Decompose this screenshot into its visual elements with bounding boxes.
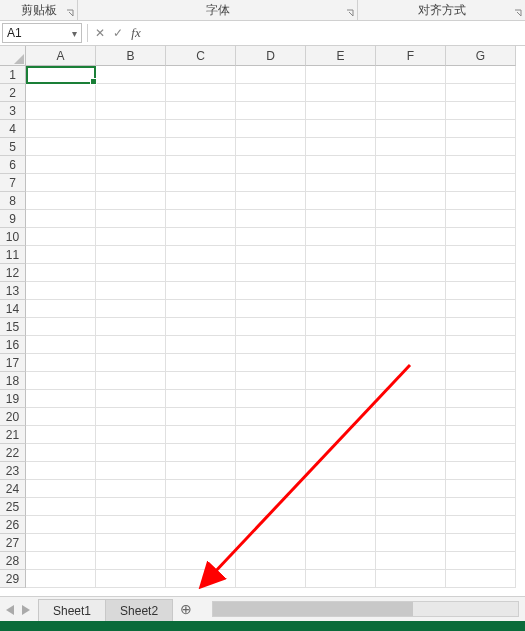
cell[interactable] bbox=[26, 444, 96, 462]
cell[interactable] bbox=[96, 426, 166, 444]
cell[interactable] bbox=[96, 336, 166, 354]
cell[interactable] bbox=[376, 408, 446, 426]
cell[interactable] bbox=[26, 426, 96, 444]
cell[interactable] bbox=[446, 282, 516, 300]
cell[interactable] bbox=[446, 444, 516, 462]
cell[interactable] bbox=[446, 138, 516, 156]
cell[interactable] bbox=[376, 156, 446, 174]
sheet-nav-next-button[interactable] bbox=[22, 604, 32, 614]
cell[interactable] bbox=[306, 498, 376, 516]
cell[interactable] bbox=[166, 372, 236, 390]
cell[interactable] bbox=[166, 300, 236, 318]
cell[interactable] bbox=[376, 444, 446, 462]
row-header[interactable]: 11 bbox=[0, 246, 26, 264]
row-header[interactable]: 22 bbox=[0, 444, 26, 462]
cell[interactable] bbox=[26, 336, 96, 354]
cell[interactable] bbox=[26, 210, 96, 228]
cell[interactable] bbox=[446, 120, 516, 138]
column-header[interactable]: F bbox=[376, 46, 446, 66]
cell[interactable] bbox=[446, 390, 516, 408]
cell[interactable] bbox=[306, 228, 376, 246]
cell[interactable] bbox=[26, 372, 96, 390]
cell[interactable] bbox=[96, 552, 166, 570]
cell[interactable] bbox=[236, 372, 306, 390]
cell[interactable] bbox=[96, 174, 166, 192]
cell[interactable] bbox=[26, 264, 96, 282]
cell[interactable] bbox=[96, 318, 166, 336]
cell[interactable] bbox=[96, 300, 166, 318]
cell[interactable] bbox=[26, 390, 96, 408]
cell[interactable] bbox=[446, 408, 516, 426]
cell[interactable] bbox=[166, 156, 236, 174]
cell[interactable] bbox=[26, 300, 96, 318]
row-header[interactable]: 5 bbox=[0, 138, 26, 156]
cell[interactable] bbox=[96, 264, 166, 282]
cell[interactable] bbox=[96, 228, 166, 246]
cell[interactable] bbox=[26, 120, 96, 138]
cell[interactable] bbox=[96, 480, 166, 498]
cell[interactable] bbox=[166, 138, 236, 156]
row-header[interactable]: 13 bbox=[0, 282, 26, 300]
cell[interactable] bbox=[446, 354, 516, 372]
cell[interactable] bbox=[96, 516, 166, 534]
font-dialog-launcher-icon[interactable] bbox=[345, 8, 355, 18]
cell[interactable] bbox=[306, 516, 376, 534]
cell[interactable] bbox=[306, 552, 376, 570]
row-header[interactable]: 16 bbox=[0, 336, 26, 354]
cell[interactable] bbox=[26, 102, 96, 120]
cell[interactable] bbox=[376, 210, 446, 228]
horizontal-scrollbar[interactable] bbox=[212, 597, 525, 621]
row-header[interactable]: 25 bbox=[0, 498, 26, 516]
cell[interactable] bbox=[26, 66, 96, 84]
cell[interactable] bbox=[306, 84, 376, 102]
spreadsheet-grid[interactable]: ABCDEFG 12345678910111213141516171819202… bbox=[0, 46, 525, 599]
cell[interactable] bbox=[236, 552, 306, 570]
cell[interactable] bbox=[166, 282, 236, 300]
cell[interactable] bbox=[376, 336, 446, 354]
cell[interactable] bbox=[376, 552, 446, 570]
cell[interactable] bbox=[96, 498, 166, 516]
cell[interactable] bbox=[96, 444, 166, 462]
cell[interactable] bbox=[26, 246, 96, 264]
cell[interactable] bbox=[96, 156, 166, 174]
cell[interactable] bbox=[96, 246, 166, 264]
cell[interactable] bbox=[166, 174, 236, 192]
cell[interactable] bbox=[376, 354, 446, 372]
row-header[interactable]: 10 bbox=[0, 228, 26, 246]
cell[interactable] bbox=[236, 156, 306, 174]
cell[interactable] bbox=[446, 372, 516, 390]
cell[interactable] bbox=[446, 246, 516, 264]
clipboard-dialog-launcher-icon[interactable] bbox=[65, 8, 75, 18]
cell[interactable] bbox=[166, 318, 236, 336]
cell[interactable] bbox=[236, 264, 306, 282]
cell[interactable] bbox=[166, 336, 236, 354]
cell[interactable] bbox=[26, 228, 96, 246]
cell[interactable] bbox=[446, 210, 516, 228]
horizontal-scrollbar-thumb[interactable] bbox=[213, 602, 413, 616]
row-header[interactable]: 19 bbox=[0, 390, 26, 408]
cell[interactable] bbox=[306, 246, 376, 264]
cell[interactable] bbox=[376, 372, 446, 390]
cell[interactable] bbox=[306, 192, 376, 210]
row-header[interactable]: 14 bbox=[0, 300, 26, 318]
cell[interactable] bbox=[306, 300, 376, 318]
cell[interactable] bbox=[306, 66, 376, 84]
cell[interactable] bbox=[236, 120, 306, 138]
cell[interactable] bbox=[446, 264, 516, 282]
cell[interactable] bbox=[376, 318, 446, 336]
cell[interactable] bbox=[446, 516, 516, 534]
formula-input[interactable] bbox=[149, 23, 525, 43]
cell[interactable] bbox=[166, 192, 236, 210]
cell[interactable] bbox=[236, 426, 306, 444]
row-header[interactable]: 21 bbox=[0, 426, 26, 444]
cell[interactable] bbox=[446, 174, 516, 192]
cell[interactable] bbox=[166, 390, 236, 408]
cell[interactable] bbox=[446, 84, 516, 102]
cell[interactable] bbox=[306, 156, 376, 174]
cell[interactable] bbox=[26, 480, 96, 498]
select-all-corner[interactable] bbox=[0, 46, 26, 66]
column-header[interactable]: C bbox=[166, 46, 236, 66]
cell[interactable] bbox=[306, 444, 376, 462]
cell[interactable] bbox=[96, 408, 166, 426]
cell[interactable] bbox=[236, 534, 306, 552]
